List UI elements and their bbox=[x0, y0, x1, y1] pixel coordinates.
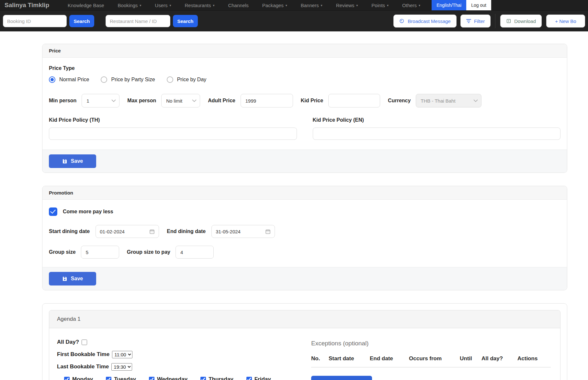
dining-dates-row: Start dining date 01-02-2024 End dining … bbox=[49, 225, 560, 238]
exceptions-divider bbox=[311, 367, 551, 367]
save-icon bbox=[62, 159, 67, 164]
friday-checkbox-input[interactable] bbox=[246, 377, 252, 380]
price-save-button[interactable]: Save bbox=[49, 154, 96, 168]
col-all-day: All day? bbox=[481, 355, 517, 362]
agenda-schedule-column: All Day? First Bookable Time 11:00 Last … bbox=[57, 338, 311, 380]
kid-policy-th-input[interactable] bbox=[49, 128, 297, 140]
weekday-checkbox-row: Monday Tuesday Wednesday Thursday bbox=[64, 376, 311, 380]
max-person-label: Max person bbox=[127, 98, 156, 104]
filter-icon bbox=[466, 19, 471, 23]
monday-checkbox-input[interactable] bbox=[64, 377, 70, 380]
max-person-select[interactable]: No limit bbox=[161, 94, 200, 107]
agenda-card: Agenda 1 All Day? First Bookable Time 11… bbox=[49, 310, 560, 380]
friday-checkbox[interactable]: Friday bbox=[246, 376, 271, 380]
download-button[interactable]: Download bbox=[500, 15, 542, 28]
exceptions-column: Exceptions (optional) No. Start date End… bbox=[311, 338, 552, 380]
kid-price-input[interactable] bbox=[328, 94, 380, 107]
group-size-input[interactable] bbox=[81, 246, 119, 259]
col-until: Until bbox=[460, 355, 481, 362]
logout-button[interactable]: Log out bbox=[466, 0, 491, 10]
restaurant-search-button[interactable]: Search bbox=[173, 15, 198, 27]
price-type-radio-group: Normal Price Price by Party Size Price b… bbox=[49, 76, 560, 83]
monday-checkbox[interactable]: Monday bbox=[64, 376, 93, 380]
group-size-to-pay-input[interactable] bbox=[175, 246, 214, 259]
col-end-date: End date bbox=[370, 355, 409, 362]
kid-price-label: Kid Price bbox=[301, 98, 323, 104]
chevron-down-icon bbox=[111, 99, 116, 102]
wednesday-checkbox[interactable]: Wednesday bbox=[149, 376, 187, 380]
promotion-card: Promotion Come more pay less Start dinin… bbox=[42, 186, 567, 290]
first-bookable-time-label: First Bookable Time bbox=[57, 351, 109, 358]
promotion-card-title: Promotion bbox=[42, 186, 567, 200]
nav-item-points[interactable]: Points bbox=[365, 0, 395, 10]
kid-policy-en-input[interactable] bbox=[313, 128, 561, 140]
price-fields-row: Min person 1 Max person No limit bbox=[49, 94, 560, 107]
end-dining-date-input[interactable]: 31-05-2024 bbox=[211, 225, 275, 238]
nav-item-packages[interactable]: Packages bbox=[255, 0, 294, 10]
end-dining-date-label: End dining date bbox=[167, 229, 206, 234]
search-toolbar: Search Search Broadcast Message Filter bbox=[0, 11, 588, 31]
come-more-pay-less-label: Come more pay less bbox=[63, 209, 113, 215]
nav-item-reviews[interactable]: Reviews bbox=[329, 0, 365, 10]
nav-item-channels[interactable]: Channels bbox=[221, 0, 255, 10]
min-person-label: Min person bbox=[49, 98, 76, 104]
exceptions-title: Exceptions (optional) bbox=[311, 340, 552, 347]
nav-item-bookings[interactable]: Bookings bbox=[111, 0, 148, 10]
radio-price-by-day[interactable]: Price by Day bbox=[167, 76, 207, 83]
language-toggle-button[interactable]: English/Thai bbox=[432, 0, 466, 10]
first-bookable-time-select[interactable]: 11:00 bbox=[112, 351, 132, 358]
group-size-row: Group size Group size to pay bbox=[49, 246, 560, 259]
start-dining-date-label: Start dining date bbox=[49, 229, 90, 234]
nav-item-others[interactable]: Others bbox=[395, 0, 427, 10]
brand-logo[interactable]: Salinya Timklip bbox=[0, 0, 54, 10]
booking-id-input[interactable] bbox=[3, 15, 67, 27]
radio-price-by-party-size[interactable]: Price by Party Size bbox=[101, 76, 155, 83]
adult-price-input[interactable] bbox=[241, 94, 293, 107]
broadcast-icon bbox=[399, 18, 405, 24]
restaurant-search-input[interactable] bbox=[106, 15, 170, 27]
currency-label: Currency bbox=[388, 98, 411, 104]
col-actions: Actions bbox=[517, 355, 550, 362]
booking-search-button[interactable]: Search bbox=[69, 15, 94, 27]
group-size-label: Group size bbox=[49, 249, 76, 255]
radio-unselected-icon bbox=[167, 76, 173, 83]
tuesday-checkbox-input[interactable] bbox=[106, 377, 111, 380]
thursday-checkbox-input[interactable] bbox=[200, 377, 206, 380]
broadcast-message-button[interactable]: Broadcast Message bbox=[393, 15, 457, 28]
promotion-save-button[interactable]: Save bbox=[49, 272, 96, 285]
kid-policy-row: Kid Price Policy (TH) Kid Price Policy (… bbox=[49, 117, 560, 141]
kid-policy-en-label: Kid Price Policy (EN) bbox=[313, 117, 561, 123]
tuesday-checkbox[interactable]: Tuesday bbox=[106, 376, 136, 380]
wednesday-checkbox-input[interactable] bbox=[149, 377, 154, 380]
last-bookable-time-select[interactable]: 19:30 bbox=[111, 363, 132, 371]
col-start-date: Start date bbox=[329, 355, 370, 362]
chevron-down-icon bbox=[473, 99, 478, 102]
nav-item-users[interactable]: Users bbox=[148, 0, 178, 10]
agenda-outer-card: Agenda 1 All Day? First Bookable Time 11… bbox=[42, 303, 567, 380]
download-icon bbox=[506, 18, 511, 24]
radio-normal-price[interactable]: Normal Price bbox=[49, 76, 89, 83]
price-card-title: Price bbox=[42, 44, 567, 58]
start-dining-date-input[interactable]: 01-02-2024 bbox=[96, 225, 159, 238]
nav-item-restaurants[interactable]: Restaurants bbox=[178, 0, 221, 10]
min-person-select[interactable]: 1 bbox=[82, 94, 119, 107]
nav-menu: Knowledge Base Bookings Users Restaurant… bbox=[61, 0, 427, 10]
calendar-icon bbox=[265, 229, 271, 234]
last-bookable-time-label: Last Bookable Time bbox=[57, 363, 109, 370]
new-booking-button[interactable]: + New Bo bbox=[546, 15, 585, 28]
chevron-down-icon bbox=[192, 99, 197, 102]
col-occurs-from: Occurs from bbox=[409, 355, 460, 362]
agenda-card-title: Agenda 1 bbox=[49, 310, 560, 328]
add-exception-button[interactable]: Add exception bbox=[311, 376, 372, 380]
come-more-pay-less-checkbox[interactable] bbox=[49, 207, 57, 216]
filter-button[interactable]: Filter bbox=[460, 15, 491, 28]
nav-item-knowledge-base[interactable]: Knowledge Base bbox=[61, 0, 111, 10]
all-day-label: All Day? bbox=[57, 339, 79, 345]
nav-item-banners[interactable]: Banners bbox=[294, 0, 329, 10]
price-card: Price Price Type Normal Price Price by P… bbox=[42, 44, 567, 173]
adult-price-label: Adult Price bbox=[208, 98, 235, 104]
toolbar-divider bbox=[495, 14, 495, 28]
thursday-checkbox[interactable]: Thursday bbox=[200, 376, 233, 380]
group-size-to-pay-label: Group size to pay bbox=[127, 249, 170, 255]
all-day-checkbox[interactable] bbox=[82, 340, 87, 345]
